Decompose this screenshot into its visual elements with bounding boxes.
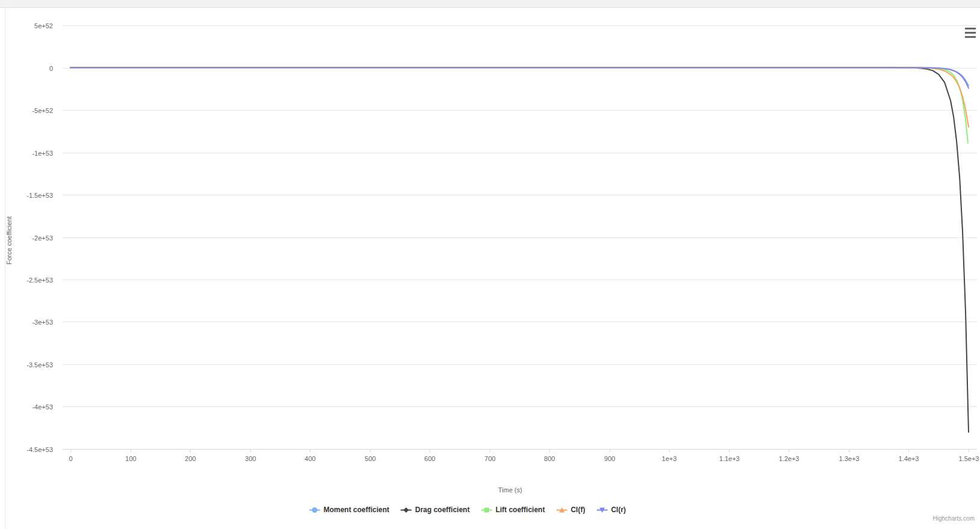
x-axis-tick-label: 1.3e+3 xyxy=(839,455,860,462)
y-axis-tick-label: -4.5e+53 xyxy=(26,446,53,453)
series-group xyxy=(70,68,969,432)
legend-item-cl-r-[interactable]: Cl(r) xyxy=(596,506,626,514)
square-legend-marker-icon xyxy=(481,506,493,514)
x-axis-title: Time (s) xyxy=(498,486,522,494)
legend-item-label[interactable]: Moment coefficient xyxy=(324,506,389,514)
triangle-down-legend-marker-icon xyxy=(596,506,608,514)
legend-item-cl-f-[interactable]: Cl(f) xyxy=(556,506,585,514)
y-axis-tick-label: 0 xyxy=(49,65,53,72)
series-line-drag-coefficient xyxy=(70,68,969,432)
x-axis-tick-label: 1e+3 xyxy=(662,455,677,462)
y-axis-tick-label: -4e+53 xyxy=(32,403,53,411)
y-axis-tick-label: 5e+52 xyxy=(34,22,53,29)
y-axis-labels: 5e+520-5e+52-1e+53-1.5e+53-2e+53-2.5e+53… xyxy=(26,22,53,453)
chart-context-menu-button[interactable] xyxy=(965,28,976,38)
x-axis-tick-label: 600 xyxy=(424,455,435,462)
y-axis-tick-label: -2e+53 xyxy=(32,234,53,242)
x-axis-tick-label: 1.2e+3 xyxy=(779,455,800,462)
legend-item-label[interactable]: Drag coefficient xyxy=(415,506,470,514)
hamburger-menu-icon xyxy=(965,32,976,34)
x-axis-tick-label: 1.1e+3 xyxy=(720,455,740,462)
legend-item-label[interactable]: Cl(f) xyxy=(571,506,585,514)
x-axis-tick-label: 100 xyxy=(125,455,136,462)
axis-lines xyxy=(63,450,977,453)
x-axis-tick-label: 300 xyxy=(245,455,256,462)
y-axis-tick-label: -3.5e+53 xyxy=(26,361,53,368)
circle-legend-marker-icon xyxy=(309,506,321,514)
legend-item-label[interactable]: Lift coefficient xyxy=(496,506,545,514)
series-line-lift-coefficient xyxy=(70,68,968,144)
y-axis-tick-label: -2.5e+53 xyxy=(26,277,53,284)
y-axis-tick-label: -3e+53 xyxy=(32,319,53,326)
series-line-moment-coefficient xyxy=(70,68,969,86)
x-axis-tick-label: 900 xyxy=(604,455,615,462)
legend-item-lift-coefficient[interactable]: Lift coefficient xyxy=(481,506,545,514)
x-axis-tick-label: 1.5e+3 xyxy=(959,455,979,462)
x-axis-tick-label: 400 xyxy=(304,455,315,462)
x-axis-tick-label: 500 xyxy=(365,455,375,462)
legend-item-drag-coefficient[interactable]: Drag coefficient xyxy=(400,506,470,514)
x-axis-tick-label: 700 xyxy=(484,455,495,462)
x-axis-labels: 01002003004005006007008009001e+31.1e+31.… xyxy=(69,455,979,462)
y-axis-tick-label: -1e+53 xyxy=(32,150,53,157)
gridlines xyxy=(63,26,977,450)
y-axis-title: Force coefficient xyxy=(5,216,13,265)
y-axis-tick-label: -1.5e+53 xyxy=(26,192,53,199)
x-axis-tick-label: 1.4e+3 xyxy=(899,455,919,462)
x-axis-tick-label: 0 xyxy=(69,455,72,462)
x-axis-tick-label: 200 xyxy=(185,455,196,462)
x-axis-tick-label: 800 xyxy=(544,455,555,462)
legend-item-label[interactable]: Cl(r) xyxy=(611,506,626,514)
chart-legend: Moment coefficientDrag coefficientLift c… xyxy=(0,504,934,515)
triangle-legend-marker-icon xyxy=(556,506,568,514)
hamburger-menu-icon xyxy=(965,36,976,38)
highcharts-credit-link[interactable]: Highcharts.com xyxy=(933,515,975,522)
y-axis-tick-label: -5e+52 xyxy=(32,107,53,114)
diamond-legend-marker-icon xyxy=(400,506,412,514)
series-line-cl-r- xyxy=(70,68,969,88)
legend-item-moment-coefficient[interactable]: Moment coefficient xyxy=(309,506,389,514)
series-line-cl-f- xyxy=(70,68,969,127)
hamburger-menu-icon xyxy=(965,28,976,29)
force-coefficient-line-chart: 5e+520-5e+52-1e+53-1.5e+53-2e+53-2.5e+53… xyxy=(0,0,980,529)
